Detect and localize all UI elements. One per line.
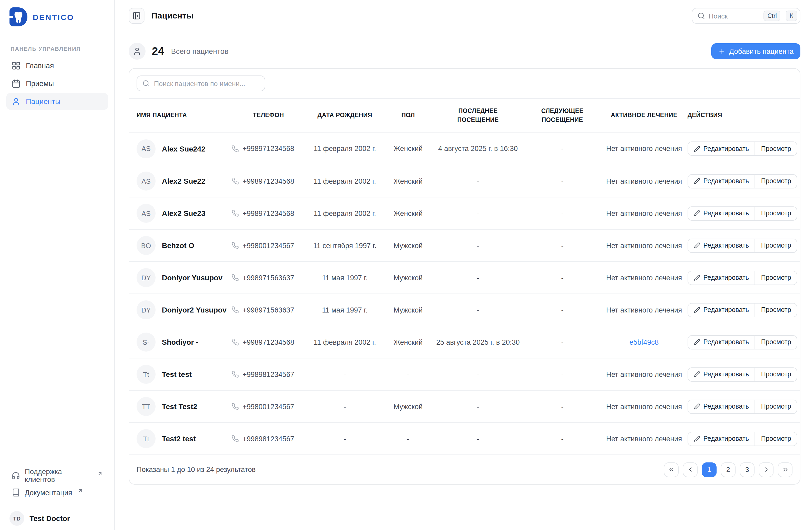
user-icon — [12, 97, 20, 106]
patient-name: Doniyor Yusupov — [162, 274, 222, 282]
patient-name-cell: Tt Test test — [136, 365, 231, 384]
patients-table-card: ИМЯ ПАЦИЕНТА ТЕЛЕФОН ДАТА РОЖДЕНИЯ ПОЛ П… — [129, 68, 800, 485]
row-actions: Редактировать Просмотр — [687, 141, 798, 156]
edit-button[interactable]: Редактировать — [687, 432, 755, 446]
treatment-value[interactable]: e5bf49c8 — [629, 338, 658, 346]
gender-cell: Женский — [385, 209, 432, 217]
view-button[interactable]: Просмотр — [755, 432, 798, 446]
view-button[interactable]: Просмотр — [755, 367, 798, 381]
page-number-buttons: 1 2 3 — [702, 462, 755, 477]
birth-date-cell: - — [305, 435, 385, 443]
patient-name: Test2 test — [162, 434, 196, 443]
last-visit-cell: - — [432, 241, 524, 249]
phone-icon — [231, 403, 239, 410]
app-header: Пациенты Ctrl K — [115, 0, 812, 32]
patient-name-cell: TT Test Test2 — [136, 397, 231, 416]
support-link[interactable]: Поддержка клиентов — [6, 468, 108, 484]
view-button[interactable]: Просмотр — [755, 141, 798, 156]
birth-date-cell: 11 февраля 2002 г. — [305, 338, 385, 346]
view-button[interactable]: Просмотр — [755, 270, 798, 285]
patient-avatar: AS — [136, 139, 156, 158]
phone-cell: +998971234568 — [231, 338, 305, 346]
treatment-value: Нет активного лечения — [606, 145, 682, 153]
chevrons-left-icon — [668, 466, 675, 473]
page-button[interactable]: 3 — [740, 462, 755, 477]
dentico-tooth-logo-icon — [10, 8, 27, 26]
gender-cell: - — [385, 370, 432, 378]
table-search-input[interactable] — [154, 80, 259, 87]
next-visit-cell: - — [524, 370, 600, 378]
edit-button[interactable]: Редактировать — [687, 367, 755, 381]
birth-date-cell: 11 сентября 1997 г. — [305, 241, 385, 249]
table-row: Tt Test test +998981234567 - - — [129, 358, 800, 390]
phone-number: +998971563637 — [243, 306, 294, 314]
global-search-input[interactable] — [709, 12, 758, 20]
view-button-label: Просмотр — [761, 242, 791, 249]
view-button[interactable]: Просмотр — [755, 174, 798, 188]
chevrons-right-icon — [782, 466, 788, 473]
sidebar-collapse-button[interactable] — [129, 8, 144, 24]
last-visit-cell: - — [432, 435, 524, 443]
current-user[interactable]: TD Test Doctor — [0, 506, 114, 530]
view-button-label: Просмотр — [761, 435, 791, 442]
edit-button[interactable]: Редактировать — [687, 141, 755, 156]
view-button[interactable]: Просмотр — [755, 206, 798, 220]
last-page-button[interactable] — [778, 462, 793, 477]
edit-button-label: Редактировать — [704, 403, 749, 410]
sidebar-item-home[interactable]: Главная — [6, 57, 108, 74]
last-visit-cell: - — [432, 274, 524, 282]
patient-name: Alex Sue242 — [162, 144, 205, 153]
treatment-value: Нет активного лечения — [606, 177, 682, 185]
last-visit-cell: - — [432, 209, 524, 217]
page-button[interactable]: 1 — [702, 462, 716, 477]
documentation-link[interactable]: Документация — [6, 485, 108, 500]
prev-page-button[interactable] — [683, 462, 698, 477]
actions-cell: Редактировать Просмотр — [687, 303, 798, 317]
column-header-name: ИМЯ ПАЦИЕНТА — [136, 111, 231, 120]
birth-date-cell: 11 февраля 2002 г. — [305, 177, 385, 185]
results-summary: Показаны 1 до 10 из 24 результатов — [136, 465, 256, 474]
edit-button[interactable]: Редактировать — [687, 335, 755, 349]
view-button[interactable]: Просмотр — [755, 399, 798, 414]
next-visit-cell: - — [524, 274, 600, 282]
kbd-ctrl: Ctrl — [764, 11, 781, 21]
patient-name-cell: AS Alex2 Sue23 — [136, 204, 231, 223]
birth-date-cell: 11 мая 1997 г. — [305, 306, 385, 314]
patient-name-cell: AS Alex2 Sue22 — [136, 171, 231, 191]
next-page-button[interactable] — [759, 462, 773, 477]
add-patient-button[interactable]: Добавить пациента — [711, 43, 800, 59]
global-search[interactable]: Ctrl K — [692, 8, 800, 24]
calendar-icon — [12, 79, 20, 88]
user-avatar: TD — [10, 511, 24, 526]
edit-button[interactable]: Редактировать — [687, 238, 755, 253]
edit-button[interactable]: Редактировать — [687, 303, 755, 317]
edit-button[interactable]: Редактировать — [687, 174, 755, 188]
pencil-icon — [694, 210, 700, 217]
view-button-label: Просмотр — [761, 210, 791, 217]
sidebar-item-patients[interactable]: Пациенты — [6, 93, 108, 110]
edit-button[interactable]: Редактировать — [687, 399, 755, 414]
row-actions: Редактировать Просмотр — [687, 367, 798, 381]
edit-button[interactable]: Редактировать — [687, 206, 755, 220]
view-button[interactable]: Просмотр — [755, 303, 798, 317]
next-visit-cell: - — [524, 403, 600, 410]
actions-cell: Редактировать Просмотр — [687, 206, 798, 220]
main-area: Пациенты Ctrl K 24 Всего пациентов До — [115, 0, 812, 530]
edit-button[interactable]: Редактировать — [687, 270, 755, 285]
patients-count: 24 — [152, 45, 164, 57]
page-button[interactable]: 2 — [721, 462, 736, 477]
patient-name: Shodiyor - — [162, 338, 198, 346]
book-icon — [12, 488, 20, 497]
table-search[interactable] — [136, 75, 265, 91]
sidebar-item-appointments[interactable]: Приемы — [6, 75, 108, 92]
treatment-cell: Нет активного лечения — [600, 403, 687, 410]
pencil-icon — [694, 275, 700, 281]
edit-button-label: Редактировать — [704, 145, 749, 152]
grid-icon — [12, 61, 20, 70]
edit-button-label: Редактировать — [704, 242, 749, 249]
gender-cell: Мужской — [385, 403, 432, 410]
view-button[interactable]: Просмотр — [755, 335, 798, 349]
first-page-button[interactable] — [664, 462, 679, 477]
documentation-link-label: Документация — [25, 489, 72, 497]
view-button[interactable]: Просмотр — [755, 238, 798, 253]
